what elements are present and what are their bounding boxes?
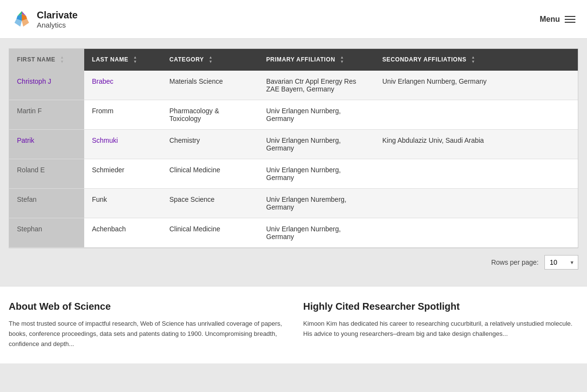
cell-primary-affiliation: Univ Erlangen Nuremberg, Germany (258, 189, 375, 218)
main-content: FIRST NAME ▲▼ LAST NAME ▲▼ CATEGORY (0, 39, 587, 248)
researchers-table: FIRST NAME ▲▼ LAST NAME ▲▼ CATEGORY (9, 49, 578, 248)
sort-arrows-last-name: ▲▼ (133, 56, 137, 64)
cell-secondary-affiliations (375, 218, 578, 248)
footer-right: Highly Cited Researcher Spotlight Kimoon… (303, 301, 579, 349)
footer-left: About Web of Science The most trusted so… (9, 301, 284, 349)
cell-secondary-affiliations (375, 189, 578, 218)
cell-category: Chemistry (162, 130, 258, 159)
logo-area: Clarivate Analytics (12, 9, 78, 30)
cell-category: Clinical Medicine (162, 218, 258, 248)
logo-text: Clarivate Analytics (37, 9, 78, 30)
sort-arrows-first-name: ▲▼ (60, 56, 64, 64)
footer-right-body: Kimoon Kim has dedicated his career to r… (303, 319, 579, 339)
hamburger-icon (565, 16, 575, 23)
table-row: Martin FFrommPharmacology & ToxicologyUn… (9, 100, 578, 130)
cell-primary-affiliation: Univ Erlangen Nurnberg, Germany (258, 130, 375, 159)
rows-per-page-label: Rows per page: (491, 258, 539, 266)
col-header-category[interactable]: CATEGORY ▲▼ (162, 49, 258, 71)
sort-arrows-category: ▲▼ (209, 56, 213, 64)
cell-first-name: Stephan (9, 218, 84, 248)
cell-primary-affiliation: Univ Erlangen Nurnberg, Germany (258, 100, 375, 130)
cell-primary-affiliation: Univ Erlangen Nurnberg, Germany (258, 218, 375, 248)
header: Clarivate Analytics Menu (0, 0, 587, 39)
cell-first-name[interactable]: Christoph J (9, 71, 84, 100)
cell-last-name[interactable]: Brabec (84, 71, 162, 100)
cell-secondary-affiliations: King Abdulaziz Univ, Saudi Arabia (375, 130, 578, 159)
cell-category: Pharmacology & Toxicology (162, 100, 258, 130)
footer-left-body: The most trusted source of impactful res… (9, 319, 284, 349)
table-header: FIRST NAME ▲▼ LAST NAME ▲▼ CATEGORY (9, 49, 578, 71)
cell-last-name[interactable]: Schmuki (84, 130, 162, 159)
sort-arrows-primary: ▲▼ (340, 56, 345, 64)
table-header-row: FIRST NAME ▲▼ LAST NAME ▲▼ CATEGORY (9, 49, 578, 71)
col-header-last-name[interactable]: LAST NAME ▲▼ (84, 49, 162, 71)
footer: About Web of Science The most trusted so… (0, 286, 587, 363)
cell-first-name: Stefan (9, 189, 84, 218)
footer-left-title: About Web of Science (9, 301, 284, 312)
col-header-primary-affiliation[interactable]: PRIMARY AFFILIATION ▲▼ (258, 49, 375, 71)
cell-last-name: Schmieder (84, 159, 162, 189)
cell-first-name: Roland E (9, 159, 84, 189)
logo-clarivate: Clarivate (37, 9, 78, 21)
clarivate-logo-icon (12, 9, 32, 30)
table-row: Christoph JBrabecMaterials ScienceBavari… (9, 71, 578, 100)
cell-last-name: Funk (84, 189, 162, 218)
menu-label: Menu (540, 15, 560, 24)
cell-category: Materials Science (162, 71, 258, 100)
cell-category: Clinical Medicine (162, 159, 258, 189)
cell-category: Space Science (162, 189, 258, 218)
table-row: PatrikSchmukiChemistryUniv Erlangen Nurn… (9, 130, 578, 159)
cell-secondary-affiliations (375, 100, 578, 130)
researchers-table-container: FIRST NAME ▲▼ LAST NAME ▲▼ CATEGORY (9, 48, 578, 248)
cell-primary-affiliation: Bavarian Ctr Appl Energy Res ZAE Bayern,… (258, 71, 375, 100)
sort-arrows-secondary: ▲▼ (471, 56, 476, 64)
cell-first-name[interactable]: Patrik (9, 130, 84, 159)
cell-primary-affiliation: Univ Erlangen Nurnberg, Germany (258, 159, 375, 189)
col-header-secondary-affiliations[interactable]: SECONDARY AFFILIATIONS ▲▼ (375, 49, 578, 71)
cell-last-name: Achenbach (84, 218, 162, 248)
rows-per-page-select-wrapper[interactable]: 5102550 (544, 255, 578, 270)
menu-button[interactable]: Menu (540, 15, 575, 24)
cell-first-name: Martin F (9, 100, 84, 130)
table-row: StefanFunkSpace ScienceUniv Erlangen Nur… (9, 189, 578, 218)
cell-secondary-affiliations (375, 159, 578, 189)
table-row: Roland ESchmiederClinical MedicineUniv E… (9, 159, 578, 189)
rows-per-page-select[interactable]: 5102550 (544, 255, 578, 270)
col-header-first-name[interactable]: FIRST NAME ▲▼ (9, 49, 84, 71)
cell-last-name: Fromm (84, 100, 162, 130)
logo-analytics: Analytics (37, 21, 78, 30)
pagination-bar: Rows per page: 5102550 (0, 248, 587, 276)
footer-right-title: Highly Cited Researcher Spotlight (303, 301, 579, 312)
table-body: Christoph JBrabecMaterials ScienceBavari… (9, 71, 578, 248)
table-row: StephanAchenbachClinical MedicineUniv Er… (9, 218, 578, 248)
cell-secondary-affiliations: Univ Erlangen Nurnberg, Germany (375, 71, 578, 100)
